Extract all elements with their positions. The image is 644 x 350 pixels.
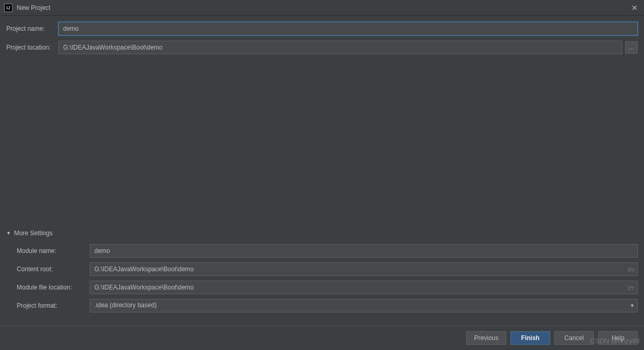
more-settings-toggle[interactable]: ▼ More Settings xyxy=(6,230,638,237)
cancel-button[interactable]: Cancel xyxy=(554,331,594,345)
browse-button[interactable]: ... xyxy=(625,41,638,54)
more-settings-section: Module name: Content root: 🗁 Module file… xyxy=(6,244,638,317)
finish-button[interactable]: Finish xyxy=(511,331,550,345)
project-location-row: Project location: ... xyxy=(6,41,638,54)
project-name-label: Project name: xyxy=(6,25,58,32)
close-icon[interactable]: ✕ xyxy=(629,4,640,12)
project-format-select[interactable]: .idea (directory based) xyxy=(90,299,638,312)
project-format-row: Project format: .idea (directory based) … xyxy=(17,299,638,312)
help-button[interactable]: Help xyxy=(598,331,638,345)
dialog-content: Project name: Project location: ... ▼ Mo… xyxy=(0,16,644,325)
module-file-location-row: Module file location: 🗁 xyxy=(17,281,638,294)
titlebar: IJ New Project ✕ xyxy=(0,0,644,16)
content-root-label: Content root: xyxy=(17,265,90,273)
project-name-input[interactable] xyxy=(58,22,638,35)
spacer xyxy=(6,59,638,230)
project-format-label: Project format: xyxy=(17,302,90,309)
chevron-down-icon: ▼ xyxy=(6,231,11,236)
previous-button[interactable]: Previous xyxy=(466,331,506,345)
module-file-location-label: Module file location: xyxy=(17,284,90,291)
project-name-row: Project name: xyxy=(6,22,638,35)
project-location-label: Project location: xyxy=(6,44,58,51)
more-settings-label: More Settings xyxy=(14,230,53,237)
module-name-row: Module name: xyxy=(17,244,638,258)
module-file-location-input[interactable] xyxy=(90,281,638,294)
bottom-bar: Previous Finish Cancel Help xyxy=(0,325,644,350)
content-root-row: Content root: 🗁 xyxy=(17,262,638,276)
module-name-input[interactable] xyxy=(90,244,638,258)
module-name-label: Module name: xyxy=(17,247,90,255)
content-root-input[interactable] xyxy=(90,262,638,276)
project-location-input[interactable] xyxy=(58,41,622,54)
app-icon: IJ xyxy=(4,4,13,12)
window-title: New Project xyxy=(17,4,629,11)
